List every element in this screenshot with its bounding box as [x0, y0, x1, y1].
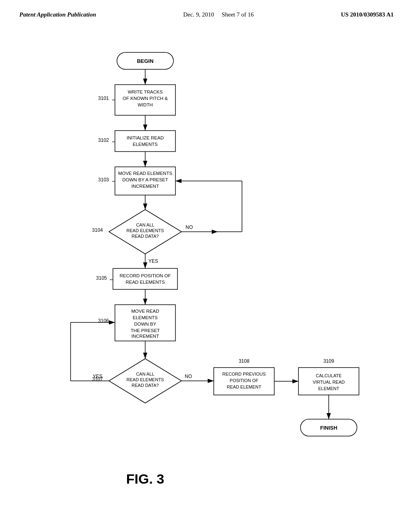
step3102-line2: ELEMENTS [133, 142, 158, 147]
step3104-line3: READ DATA? [131, 234, 159, 239]
svg-rect-17 [113, 268, 177, 289]
step3101-line2: OF KNOWN PITCH & [123, 96, 168, 101]
page-header: Patent Application Publication Dec. 9, 2… [0, 0, 413, 18]
label-3103: 3103 [98, 177, 109, 183]
step3106-line1: MOVE READ [131, 309, 159, 314]
step3106-line4: THE PRESET [131, 328, 160, 333]
label-3105: 3105 [96, 275, 107, 281]
step3106-line2: ELEMENTS [133, 315, 158, 320]
step3107-line1: CAN ALL [136, 372, 154, 376]
step3103-line1: MOVE READ ELEMENTS [118, 171, 173, 176]
date-sheet-label: Dec. 9, 2010 Sheet 7 of 16 [183, 11, 254, 18]
step3108-line1: RECORD PREVIOUS [222, 372, 266, 376]
step3107-line3: READ DATA? [131, 383, 159, 388]
step3103-line3: INCREMENT [131, 184, 159, 189]
step3106-line5: INCREMENT [131, 334, 159, 339]
step3108-line3: READ ELEMENT [227, 384, 261, 389]
step3104-line1: CAN ALL [136, 222, 154, 227]
label-3101: 3101 [98, 96, 109, 101]
label-3109: 3109 [323, 358, 334, 364]
label-3104: 3104 [92, 227, 103, 233]
label-3102: 3102 [98, 137, 109, 143]
yes1-label: YES [148, 258, 158, 264]
step3106-line3: DOWN BY [134, 322, 156, 326]
step3105-line2: READ ELEMENTS [125, 280, 165, 285]
step3101-line1: WRITE TRACKS [128, 89, 163, 94]
step3109-line2: VIRTUAL READ [313, 380, 345, 384]
finish-label: FINISH [320, 425, 338, 431]
flowchart-diagram: BEGIN WRITE TRACKS OF KNOWN PITCH & WIDT… [0, 40, 413, 516]
step3107-line2: READ ELEMENTS [127, 377, 164, 382]
step3104-line2: READ ELEMENTS [127, 228, 164, 233]
step3101-line3: WIDTH [138, 102, 153, 107]
step3109-line3: ELEMENT [318, 386, 339, 391]
label-3108: 3108 [239, 358, 250, 364]
step3105-line1: RECORD POSITION OF [119, 273, 171, 278]
patent-number-label: US 2010/0309583 A1 [341, 11, 394, 18]
publication-label: Patent Application Publication [19, 11, 96, 18]
step3103-line2: DOWN BY A PRESET [122, 177, 168, 182]
begin-label: BEGIN [137, 58, 153, 64]
no2-label: NO [185, 374, 192, 379]
step3109-line1: CALCULATE [316, 373, 342, 378]
yes2-label: YES [93, 374, 102, 379]
no1-label: NO [186, 224, 193, 230]
flowchart-svg: BEGIN WRITE TRACKS OF KNOWN PITCH & WIDT… [0, 40, 413, 516]
step3102-line1: INITIALIZE READ [127, 135, 164, 140]
svg-rect-6 [115, 131, 175, 152]
label-3106: 3106 [98, 318, 109, 324]
fig-label: FIG. 3 [126, 471, 164, 486]
step3108-line2: POSITION OF [230, 378, 259, 383]
